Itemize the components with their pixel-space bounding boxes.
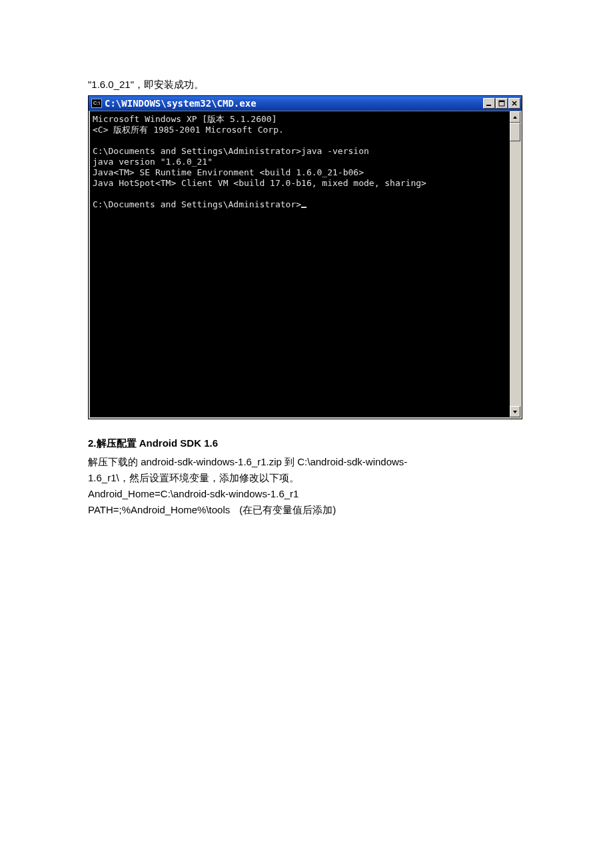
terminal-line: java version "1.6.0_21" bbox=[93, 157, 213, 167]
intro-text: "1.6.0_21"，即安装成功。 bbox=[88, 79, 526, 91]
note-text: (在已有变量值后添加) bbox=[239, 504, 336, 515]
maximize-button[interactable] bbox=[496, 98, 508, 109]
svg-marker-6 bbox=[513, 411, 517, 413]
terminal-line: Microsoft Windows XP [版本 5.1.2600] bbox=[93, 114, 277, 124]
body-text: 1.6_r1\，然后设置环境变量，添加修改以下项。 bbox=[88, 470, 526, 486]
cmd-icon: C:\ bbox=[91, 99, 102, 108]
svg-marker-5 bbox=[513, 116, 517, 119]
svg-rect-2 bbox=[499, 101, 504, 102]
terminal-line: C:\Documents and Settings\Administrator>… bbox=[93, 146, 369, 156]
scroll-up-button[interactable] bbox=[510, 111, 520, 123]
terminal-output: Microsoft Windows XP [版本 5.1.2600] <C> 版… bbox=[89, 111, 510, 419]
window-title: C:\WINDOWS\system32\CMD.exe bbox=[105, 98, 480, 109]
window-controls bbox=[483, 98, 520, 109]
terminal-line: Java HotSpot<TM> Client VM <build 17.0-b… bbox=[93, 178, 426, 188]
cmd-window: C:\ C:\WINDOWS\system32\CMD.exe Microsof… bbox=[88, 95, 522, 419]
path-text: PATH=;%Android_Home%\tools bbox=[88, 504, 230, 515]
body-text: Android_Home=C:\android-sdk-windows-1.6_… bbox=[88, 486, 526, 502]
titlebar: C:\ C:\WINDOWS\system32\CMD.exe bbox=[89, 96, 522, 111]
svg-rect-0 bbox=[486, 105, 491, 106]
section-2: 2.解压配置 Android SDK 1.6 解压下载的 android-sdk… bbox=[88, 435, 526, 518]
cursor-icon bbox=[301, 207, 306, 208]
scroll-track[interactable] bbox=[510, 123, 520, 406]
minimize-button[interactable] bbox=[483, 98, 495, 109]
terminal-line: Java<TM> SE Runtime Environment <build 1… bbox=[93, 167, 364, 177]
body-text: 解压下载的 android-sdk-windows-1.6_r1.zip 到 C… bbox=[88, 454, 526, 470]
terminal-line: <C> 版权所有 1985-2001 Microsoft Corp. bbox=[93, 125, 284, 135]
section-heading: 2.解压配置 Android SDK 1.6 bbox=[88, 435, 526, 451]
close-button[interactable] bbox=[508, 98, 520, 109]
body-text: PATH=;%Android_Home%\tools(在已有变量值后添加) bbox=[88, 502, 526, 518]
scrollbar[interactable] bbox=[510, 111, 522, 419]
terminal-line: C:\Documents and Settings\Administrator> bbox=[93, 199, 301, 209]
scroll-down-button[interactable] bbox=[510, 406, 520, 417]
scroll-thumb[interactable] bbox=[510, 123, 520, 141]
